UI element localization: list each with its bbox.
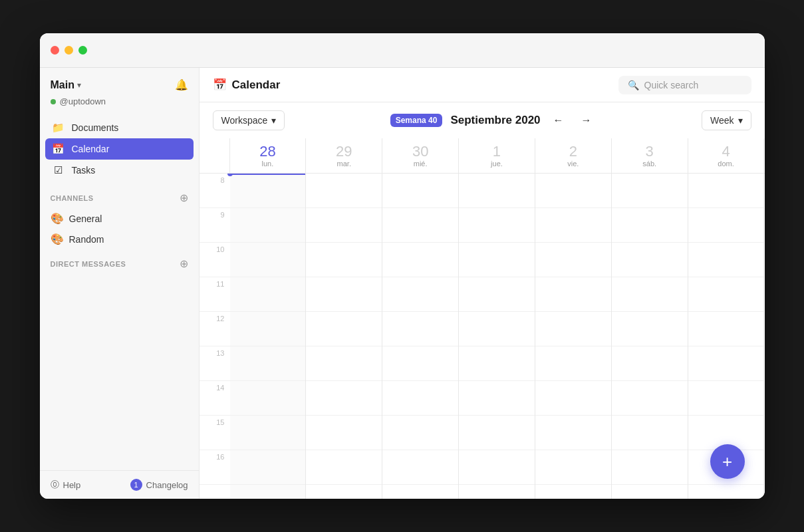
cell-tue-8[interactable]: [306, 174, 382, 208]
cell-sat-13[interactable]: [612, 346, 688, 381]
cell-fri-8[interactable]: [535, 174, 611, 208]
cell-thu-10[interactable]: [459, 243, 535, 277]
cell-wed-8[interactable]: [382, 174, 458, 208]
time-slot-10: 10: [200, 243, 230, 277]
cell-tue-13[interactable]: [306, 346, 382, 381]
cell-thu-11[interactable]: [459, 277, 535, 312]
cell-tue-9[interactable]: [306, 208, 382, 243]
cell-fri-15[interactable]: [535, 416, 611, 450]
channel-general[interactable]: 🎨 General: [40, 208, 199, 229]
cell-mon-13[interactable]: [230, 346, 306, 381]
cell-sat-15[interactable]: [612, 416, 688, 450]
cell-sun-10[interactable]: [688, 243, 764, 277]
cell-mon-16[interactable]: [230, 450, 306, 485]
changelog-button[interactable]: 1 Changelog: [130, 479, 188, 491]
cell-sat-8[interactable]: [612, 174, 688, 208]
cell-sun-13[interactable]: [688, 346, 764, 381]
cell-sat-12[interactable]: [612, 312, 688, 346]
calendar-grid: 28 lun. 29 mar. 30 mié. 1: [200, 138, 765, 499]
day-col-friday[interactable]: [535, 174, 612, 499]
day-num-6: 4: [722, 144, 730, 160]
cell-mon-9[interactable]: [230, 208, 306, 243]
add-event-fab[interactable]: +: [710, 444, 745, 479]
cell-sun-9[interactable]: [688, 208, 764, 243]
cell-thu-13[interactable]: [459, 346, 535, 381]
cell-tue-12[interactable]: [306, 312, 382, 346]
view-selector-label: Week: [710, 115, 734, 126]
day-col-monday[interactable]: [230, 174, 307, 499]
cell-fri-10[interactable]: [535, 243, 611, 277]
search-box[interactable]: 🔍 Quick search: [618, 76, 751, 94]
sidebar-item-documents[interactable]: 📁 Documents: [45, 117, 194, 138]
cell-fri-13[interactable]: [535, 346, 611, 381]
cell-fri-16[interactable]: [535, 450, 611, 485]
cell-wed-12[interactable]: [382, 312, 458, 346]
help-icon: ⓪: [51, 479, 59, 491]
view-selector[interactable]: Week ▾: [702, 110, 751, 130]
help-button[interactable]: ⓪ Help: [51, 479, 81, 491]
cell-sat-11[interactable]: [612, 277, 688, 312]
cell-mon-12[interactable]: [230, 312, 306, 346]
workspace-title[interactable]: Main ▾: [51, 79, 81, 91]
sidebar-nav: 📁 Documents 📅 Calendar ☑ Tasks: [40, 114, 199, 184]
cell-thu-9[interactable]: [459, 208, 535, 243]
cell-fri-11[interactable]: [535, 277, 611, 312]
cell-wed-16[interactable]: [382, 450, 458, 485]
cell-fri-12[interactable]: [535, 312, 611, 346]
day-header-2: 30 mié.: [382, 138, 459, 173]
workspace-dropdown[interactable]: Workspace ▾: [213, 110, 285, 130]
cell-tue-16[interactable]: [306, 450, 382, 485]
day-header-0: 28 lun.: [230, 138, 307, 173]
general-emoji: 🎨: [51, 212, 64, 225]
help-label: Help: [63, 480, 81, 490]
sidebar-item-tasks[interactable]: ☑ Tasks: [45, 160, 194, 181]
cell-wed-11[interactable]: [382, 277, 458, 312]
cell-mon-10[interactable]: [230, 243, 306, 277]
minimize-button[interactable]: [65, 46, 73, 55]
close-button[interactable]: [51, 46, 59, 55]
day-col-thursday[interactable]: [459, 174, 535, 499]
cell-wed-14[interactable]: [382, 381, 458, 416]
add-dm-icon[interactable]: ⊕: [180, 257, 188, 270]
cell-wed-9[interactable]: [382, 208, 458, 243]
cell-thu-15[interactable]: [459, 416, 535, 450]
cell-sun-8[interactable]: [688, 174, 764, 208]
cell-mon-8[interactable]: [230, 174, 306, 208]
next-arrow-button[interactable]: →: [577, 110, 597, 130]
day-col-wednesday[interactable]: [382, 174, 459, 499]
cell-tue-14[interactable]: [306, 381, 382, 416]
page-title-text: Calendar: [232, 78, 281, 92]
cell-thu-12[interactable]: [459, 312, 535, 346]
prev-arrow-button[interactable]: ←: [549, 110, 569, 130]
cell-sat-9[interactable]: [612, 208, 688, 243]
sidebar-item-calendar[interactable]: 📅 Calendar: [45, 138, 194, 160]
cell-fri-9[interactable]: [535, 208, 611, 243]
cell-sat-10[interactable]: [612, 243, 688, 277]
cell-thu-14[interactable]: [459, 381, 535, 416]
cell-sat-16[interactable]: [612, 450, 688, 485]
day-abbr-2: mié.: [414, 160, 428, 168]
cell-sun-14[interactable]: [688, 381, 764, 416]
cell-mon-14[interactable]: [230, 381, 306, 416]
day-col-saturday[interactable]: [612, 174, 688, 499]
cell-wed-13[interactable]: [382, 346, 458, 381]
cell-sat-14[interactable]: [612, 381, 688, 416]
cell-fri-14[interactable]: [535, 381, 611, 416]
day-col-tuesday[interactable]: [306, 174, 382, 499]
maximize-button[interactable]: [78, 46, 87, 55]
cell-tue-11[interactable]: [306, 277, 382, 312]
channel-random[interactable]: 🎨 Random: [40, 229, 199, 249]
cell-sun-12[interactable]: [688, 312, 764, 346]
cell-mon-11[interactable]: [230, 277, 306, 312]
cell-wed-10[interactable]: [382, 243, 458, 277]
cell-sun-11[interactable]: [688, 277, 764, 312]
sidebar-header: Main ▾ 🔔: [40, 68, 199, 96]
bell-icon[interactable]: 🔔: [175, 78, 188, 91]
cell-tue-15[interactable]: [306, 416, 382, 450]
cell-thu-8[interactable]: [459, 174, 535, 208]
add-channel-icon[interactable]: ⊕: [180, 192, 188, 204]
cell-thu-16[interactable]: [459, 450, 535, 485]
cell-mon-15[interactable]: [230, 416, 306, 450]
cell-tue-10[interactable]: [306, 243, 382, 277]
cell-wed-15[interactable]: [382, 416, 458, 450]
